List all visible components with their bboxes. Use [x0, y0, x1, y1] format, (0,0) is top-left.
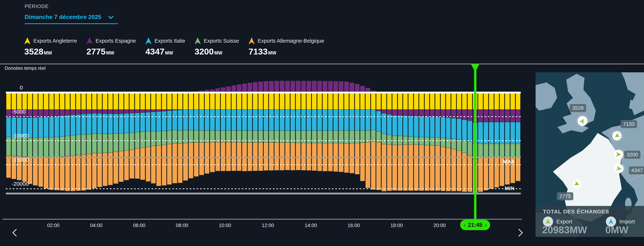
- bar-segment[interactable]: [468, 155, 472, 192]
- bar-segment[interactable]: [301, 93, 306, 110]
- bar-segment[interactable]: [130, 110, 134, 113]
- bar-segment[interactable]: [124, 150, 129, 180]
- bar-segment[interactable]: [274, 81, 279, 93]
- bar-segment[interactable]: [199, 110, 204, 130]
- bar-segment[interactable]: [33, 93, 38, 110]
- bar-segment[interactable]: [194, 110, 198, 130]
- bar-segment[interactable]: [408, 116, 413, 136]
- bar-segment[interactable]: [108, 110, 113, 114]
- bar-segment[interactable]: [376, 111, 381, 131]
- bar-segment[interactable]: [130, 133, 134, 150]
- bar-segment[interactable]: [183, 130, 188, 143]
- bar-segment[interactable]: [296, 93, 300, 110]
- bar-segment[interactable]: [33, 157, 38, 186]
- bar-segment[interactable]: [446, 148, 451, 191]
- bar-segment[interactable]: [216, 93, 220, 110]
- bar-segment[interactable]: [446, 138, 451, 148]
- bar-segment[interactable]: [17, 93, 22, 110]
- bar-segment[interactable]: [478, 157, 483, 192]
- bar-segment[interactable]: [489, 110, 494, 122]
- bar-segment[interactable]: [269, 93, 274, 110]
- bar-segment[interactable]: [146, 131, 150, 147]
- bar-segment[interactable]: [49, 93, 54, 110]
- bar-segment[interactable]: [97, 110, 102, 114]
- bar-segment[interactable]: [419, 145, 424, 191]
- bar-segment[interactable]: [258, 110, 263, 131]
- bar-segment[interactable]: [360, 143, 365, 181]
- bar-segment[interactable]: [205, 110, 209, 130]
- bar-segment[interactable]: [81, 114, 86, 134]
- bar-segment[interactable]: [205, 142, 209, 174]
- bar-segment[interactable]: [333, 93, 338, 110]
- bar-segment[interactable]: [258, 81, 263, 93]
- bar-segment[interactable]: [285, 110, 290, 131]
- bar-segment[interactable]: [140, 113, 145, 132]
- bar-segment[interactable]: [242, 84, 247, 93]
- bar-segment[interactable]: [242, 110, 247, 131]
- bar-segment[interactable]: [124, 133, 129, 150]
- bar-segment[interactable]: [301, 110, 306, 131]
- bar-segment[interactable]: [414, 93, 418, 110]
- bar-segment[interactable]: [489, 144, 494, 157]
- bar-segment[interactable]: [312, 110, 316, 131]
- bar-segment[interactable]: [441, 147, 446, 191]
- bar-segment[interactable]: [151, 110, 156, 112]
- bar-segment[interactable]: [60, 156, 64, 191]
- bar-segment[interactable]: [468, 93, 472, 110]
- bar-segment[interactable]: [355, 110, 360, 130]
- bar-segment[interactable]: [350, 83, 354, 93]
- bar-segment[interactable]: [328, 130, 333, 143]
- bar-segment[interactable]: [424, 137, 429, 145]
- bar-segment[interactable]: [338, 81, 343, 93]
- bar-segment[interactable]: [382, 134, 386, 144]
- bar-segment[interactable]: [366, 93, 370, 110]
- bar-segment[interactable]: [65, 110, 70, 115]
- bar-segment[interactable]: [505, 144, 510, 157]
- bar-segment[interactable]: [86, 110, 91, 114]
- bar-segment[interactable]: [350, 110, 354, 130]
- bar-segment[interactable]: [435, 146, 440, 191]
- bar-segment[interactable]: [81, 93, 86, 110]
- bar-segment[interactable]: [248, 110, 252, 131]
- bar-segment[interactable]: [516, 110, 520, 122]
- bar-segment[interactable]: [382, 144, 386, 191]
- bar-segment[interactable]: [424, 145, 429, 191]
- bar-segment[interactable]: [419, 117, 424, 137]
- bar-segment[interactable]: [344, 143, 349, 173]
- bar-segment[interactable]: [280, 93, 284, 110]
- time-prev-icon[interactable]: ‹: [464, 222, 466, 228]
- bar-segment[interactable]: [301, 131, 306, 143]
- bar-segment[interactable]: [290, 81, 295, 93]
- bar-segment[interactable]: [280, 110, 284, 131]
- bar-segment[interactable]: [424, 110, 429, 117]
- bar-segment[interactable]: [430, 117, 435, 137]
- bar-segment[interactable]: [54, 157, 59, 190]
- bar-segment[interactable]: [151, 93, 156, 110]
- bar-segment[interactable]: [140, 132, 145, 148]
- bar-segment[interactable]: [188, 93, 193, 110]
- bar-segment[interactable]: [451, 149, 456, 191]
- bar-segment[interactable]: [419, 93, 424, 110]
- bar-segment[interactable]: [516, 93, 520, 110]
- bar-segment[interactable]: [253, 82, 258, 93]
- bar-segment[interactable]: [350, 143, 354, 173]
- bar-segment[interactable]: [306, 93, 311, 110]
- bar-segment[interactable]: [188, 110, 193, 130]
- bar-segment[interactable]: [478, 144, 483, 157]
- bar-segment[interactable]: [387, 144, 392, 191]
- bar-segment[interactable]: [92, 153, 97, 188]
- bar-segment[interactable]: [355, 130, 360, 143]
- bar-segment[interactable]: [76, 115, 81, 135]
- bar-segment[interactable]: [162, 110, 166, 111]
- bar-segment[interactable]: [392, 110, 397, 115]
- bar-segment[interactable]: [398, 145, 402, 191]
- bar-segment[interactable]: [414, 145, 418, 191]
- bar-segment[interactable]: [322, 81, 327, 93]
- bar-segment[interactable]: [92, 93, 97, 110]
- bar-segment[interactable]: [54, 93, 59, 110]
- bar-segment[interactable]: [38, 117, 43, 137]
- bar-segment[interactable]: [140, 93, 145, 110]
- bar-segment[interactable]: [392, 115, 397, 136]
- bar-segment[interactable]: [54, 116, 59, 137]
- bar-segment[interactable]: [92, 110, 97, 113]
